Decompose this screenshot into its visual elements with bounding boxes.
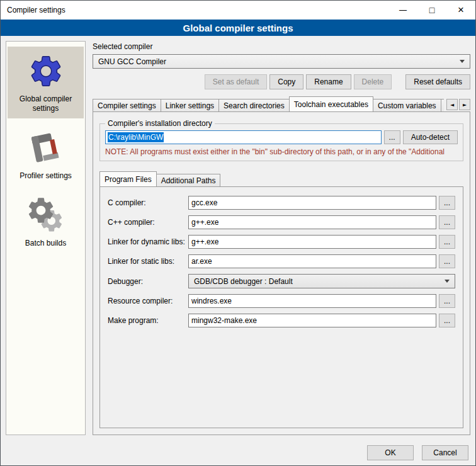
cancel-button[interactable]: Cancel [422,445,468,460]
linker-for-dynamic-libs-input[interactable] [188,235,436,249]
tab-additional-paths[interactable]: Additional Paths [156,174,221,186]
titlebar: Compiler settings — □ × [1,1,475,20]
field-row-linker-for-dynamic-libs: Linker for dynamic libs:... [108,235,455,249]
window-controls: — □ × [388,1,475,20]
field-row-linker-for-static-libs: Linker for static libs:... [108,254,455,268]
linker-for-dynamic-libs-browse-button[interactable]: ... [439,235,455,249]
sidebar-item-label: Profiler settings [20,171,72,181]
linker-for-static-libs-label: Linker for static libs: [108,257,188,266]
installation-directory-row: C:\raylib\MinGW ... Auto-detect [105,130,458,144]
linker-for-static-libs-browse-button[interactable]: ... [439,254,455,268]
close-button[interactable]: × [446,1,475,20]
c-compiler-input[interactable] [188,215,436,229]
installation-directory-input[interactable]: C:\raylib\MinGW [105,130,382,144]
sidebar-item-profiler-settings[interactable]: Profiler settings [8,123,84,186]
debugger-label: Debugger: [108,277,188,286]
sidebar-list: Global compiler settingsProfiler setting… [6,41,86,435]
tab-scroll-left-button[interactable]: ◄ [446,99,458,110]
ok-button[interactable]: OK [367,445,414,460]
selected-compiler-value: GNU GCC Compiler [98,57,456,66]
linker-for-dynamic-libs-label: Linker for dynamic libs: [108,237,188,246]
tab-scroll-controls: ◄ ► [446,99,470,110]
selected-compiler-combobox[interactable]: GNU GCC Compiler [93,54,470,69]
field-row-debugger: Debugger:GDB/CDB debugger : Default [108,274,455,288]
minimize-button[interactable]: — [388,1,417,20]
batch-gears-icon [28,197,64,234]
gear-blue-icon [28,53,64,89]
tab-buil[interactable]: Buil [441,99,444,111]
resource-compiler-input[interactable] [188,294,436,308]
tab-list: Compiler settingsLinker settingsSearch d… [93,96,444,111]
debugger-combobox[interactable]: GDB/CDB debugger : Default [188,274,455,288]
dialog-content: Global compiler settingsProfiler setting… [1,36,475,440]
reset-defaults-button[interactable]: Reset defaults [405,74,470,89]
c-compiler-browse-button[interactable]: ... [439,196,455,210]
footer: OK Cancel [1,440,475,465]
copy-button[interactable]: Copy [269,74,303,89]
page-title: Global compiler settings [183,23,293,33]
main-panel: Selected compiler GNU GCC Compiler Set a… [93,41,470,435]
delete-button[interactable]: Delete [354,74,392,89]
c-compiler-label: C++ compiler: [108,218,188,227]
compiler-actions: Set as default Copy Rename Delete Reset … [93,74,470,89]
make-program-input[interactable] [188,314,436,327]
debugger-value: GDB/CDB debugger : Default [194,277,441,286]
toolchain-executables-panel: Compiler's installation directory C:\ray… [93,111,470,435]
sidebar-item-label: Global compiler settings [9,94,82,113]
profiler-tool-icon [28,130,64,166]
program-tabstrip: Program FilesAdditional Paths [99,171,463,186]
window-title: Compiler settings [1,6,65,14]
compiler-settings-window: Compiler settings — □ × Global compiler … [0,0,476,466]
c-compiler-input[interactable] [188,196,436,210]
resource-compiler-browse-button[interactable]: ... [439,294,455,308]
installation-directory-browse-button[interactable]: ... [384,130,400,144]
sidebar-item-global-compiler-settings[interactable]: Global compiler settings [8,47,84,118]
tab-program-files[interactable]: Program Files [99,171,157,186]
tab-scroll-right-button[interactable]: ► [459,99,470,110]
resource-compiler-label: Resource compiler: [108,297,188,305]
rename-button[interactable]: Rename [306,74,351,89]
field-row-make-program: Make program:... [108,314,455,327]
install-note: NOTE: All programs must exist either in … [105,147,458,156]
auto-detect-button[interactable]: Auto-detect [403,130,458,144]
settings-tabstrip: Compiler settingsLinker settingsSearch d… [93,96,470,111]
maximize-button[interactable]: □ [417,1,446,20]
tab-compiler-settings[interactable]: Compiler settings [93,99,161,111]
linker-for-static-libs-input[interactable] [188,254,436,268]
fields-list: C compiler:...C++ compiler:...Linker for… [108,196,455,327]
c-compiler-label: C compiler: [108,198,188,207]
make-program-label: Make program: [108,316,188,325]
field-row-c-compiler: C compiler:... [108,196,455,210]
tab-search-directories[interactable]: Search directories [218,99,290,111]
installation-directory-value: C:\raylib\MinGW [108,132,164,142]
c-compiler-browse-button[interactable]: ... [439,215,455,229]
selected-compiler-label: Selected compiler [93,42,470,51]
inner-tab-list: Program FilesAdditional Paths [99,171,463,186]
field-row-c-compiler: C++ compiler:... [108,215,455,229]
chevron-down-icon [460,60,465,63]
program-files-panel: C compiler:...C++ compiler:...Linker for… [99,186,463,428]
field-row-resource-compiler: Resource compiler:... [108,294,455,308]
header-banner: Global compiler settings [1,20,475,36]
sidebar-item-batch-builds[interactable]: Batch builds [8,191,84,253]
chevron-down-icon [445,280,450,283]
installation-directory-group-label: Compiler's installation directory [105,119,215,128]
set-as-default-button[interactable]: Set as default [205,74,267,89]
tab-custom-variables[interactable]: Custom variables [373,99,441,111]
sidebar-item-label: Batch builds [25,239,66,248]
tab-linker-settings[interactable]: Linker settings [161,99,219,111]
make-program-browse-button[interactable]: ... [439,314,455,327]
installation-directory-group: Compiler's installation directory C:\ray… [99,123,463,161]
tab-toolchain-executables[interactable]: Toolchain executables [289,96,373,111]
